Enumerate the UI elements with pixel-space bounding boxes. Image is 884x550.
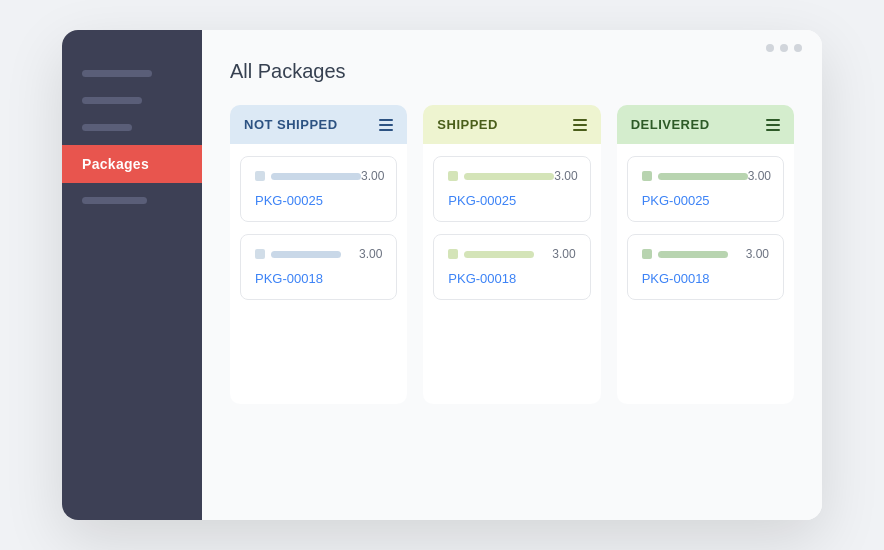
pkg-card-not-shipped-2[interactable]: 3.00 PKG-00018 (240, 234, 397, 300)
pkg-card-top-6: 3.00 (642, 247, 769, 261)
column-label-not-shipped: NOT SHIPPED (244, 117, 338, 132)
pkg-bar-group-2 (255, 249, 341, 259)
column-header-shipped: SHIPPED (423, 105, 600, 144)
window-dot-3 (794, 44, 802, 52)
pkg-value-2: 3.00 (359, 247, 382, 261)
sidebar-item-packages[interactable]: Packages (62, 145, 202, 183)
window-dot-2 (780, 44, 788, 52)
pkg-value-5: 3.00 (748, 169, 771, 183)
pkg-bar-group-3 (448, 171, 554, 181)
pkg-value-3: 3.00 (554, 169, 577, 183)
pkg-card-top-1: 3.00 (255, 169, 382, 183)
sidebar-line-1 (82, 70, 152, 77)
pkg-id-shipped-1[interactable]: PKG-00025 (448, 193, 516, 208)
sidebar-packages-label: Packages (82, 156, 149, 172)
column-menu-shipped[interactable] (573, 119, 587, 131)
column-header-not-shipped: NOT SHIPPED (230, 105, 407, 144)
column-label-shipped: SHIPPED (437, 117, 498, 132)
pkg-id-delivered-1[interactable]: PKG-00025 (642, 193, 710, 208)
sidebar: Packages (62, 30, 202, 520)
column-body-shipped: 3.00 PKG-00025 3.00 PKG-00 (423, 144, 600, 404)
pkg-bar-group-6 (642, 249, 728, 259)
menu-line-1 (766, 119, 780, 121)
pkg-icon-6 (642, 249, 652, 259)
pkg-value-6: 3.00 (746, 247, 769, 261)
pkg-card-delivered-2[interactable]: 3.00 PKG-00018 (627, 234, 784, 300)
pkg-value-1: 3.00 (361, 169, 384, 183)
column-menu-not-shipped[interactable] (379, 119, 393, 131)
window-topbar (766, 44, 802, 52)
column-header-delivered: DELIVERED (617, 105, 794, 144)
pkg-icon-2 (255, 249, 265, 259)
app-window: Packages All Packages NOT SHIPPED (62, 30, 822, 520)
menu-line-1 (379, 119, 393, 121)
pkg-card-top-2: 3.00 (255, 247, 382, 261)
pkg-card-top-3: 3.00 (448, 169, 575, 183)
sidebar-line-3 (82, 124, 132, 131)
menu-line-2 (379, 124, 393, 126)
pkg-id-delivered-2[interactable]: PKG-00018 (642, 271, 710, 286)
menu-line-2 (766, 124, 780, 126)
pkg-card-delivered-1[interactable]: 3.00 PKG-00025 (627, 156, 784, 222)
pkg-icon-4 (448, 249, 458, 259)
pkg-bar-3 (464, 173, 554, 180)
pkg-icon-5 (642, 171, 652, 181)
menu-line-1 (573, 119, 587, 121)
pkg-bar-2 (271, 251, 341, 258)
column-body-not-shipped: 3.00 PKG-00025 3.00 PKG-00 (230, 144, 407, 404)
pkg-bar-group-5 (642, 171, 748, 181)
column-delivered: DELIVERED (617, 105, 794, 404)
kanban-board: NOT SHIPPED (230, 105, 794, 404)
pkg-id-shipped-2[interactable]: PKG-00018 (448, 271, 516, 286)
pkg-id-not-shipped-2[interactable]: PKG-00018 (255, 271, 323, 286)
pkg-bar-6 (658, 251, 728, 258)
pkg-card-top-4: 3.00 (448, 247, 575, 261)
pkg-bar-group-4 (448, 249, 534, 259)
pkg-card-shipped-2[interactable]: 3.00 PKG-00018 (433, 234, 590, 300)
pkg-bar-5 (658, 173, 748, 180)
column-not-shipped: NOT SHIPPED (230, 105, 407, 404)
pkg-card-shipped-1[interactable]: 3.00 PKG-00025 (433, 156, 590, 222)
pkg-icon-1 (255, 171, 265, 181)
column-menu-delivered[interactable] (766, 119, 780, 131)
menu-line-3 (766, 129, 780, 131)
menu-line-2 (573, 124, 587, 126)
main-content: All Packages NOT SHIPPED (202, 30, 822, 520)
menu-line-3 (573, 129, 587, 131)
pkg-icon-3 (448, 171, 458, 181)
pkg-id-not-shipped-1[interactable]: PKG-00025 (255, 193, 323, 208)
window-dot-1 (766, 44, 774, 52)
sidebar-line-2 (82, 97, 142, 104)
column-shipped: SHIPPED (423, 105, 600, 404)
pkg-bar-group-1 (255, 171, 361, 181)
page-title: All Packages (230, 60, 794, 83)
pkg-value-4: 3.00 (552, 247, 575, 261)
column-body-delivered: 3.00 PKG-00025 3.00 PKG-00 (617, 144, 794, 404)
column-label-delivered: DELIVERED (631, 117, 710, 132)
pkg-bar-4 (464, 251, 534, 258)
pkg-card-top-5: 3.00 (642, 169, 769, 183)
sidebar-line-4 (82, 197, 147, 204)
pkg-card-not-shipped-1[interactable]: 3.00 PKG-00025 (240, 156, 397, 222)
menu-line-3 (379, 129, 393, 131)
pkg-bar-1 (271, 173, 361, 180)
